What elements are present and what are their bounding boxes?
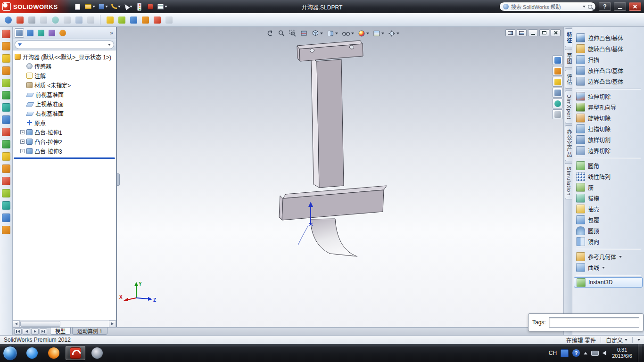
view-settings-button[interactable]: [387, 29, 400, 38]
ime-icon[interactable]: [561, 349, 569, 357]
tree-root[interactable]: 开沟器 (默认<<默认>_显示状态 1>): [13, 52, 116, 61]
left-toolbar-icon-8[interactable]: [2, 115, 10, 124]
feature-mirror[interactable]: 镜向: [572, 236, 644, 247]
new-document-button[interactable]: [73, 1, 83, 12]
zoom-area-button[interactable]: [288, 29, 297, 38]
feature-dome[interactable]: 圆顶: [572, 225, 644, 236]
left-toolbar-icon-12[interactable]: [2, 165, 10, 173]
toolbar-icon-box[interactable]: [152, 15, 162, 25]
left-toolbar-icon-14[interactable]: [2, 189, 10, 197]
left-toolbar-icon-17[interactable]: [2, 226, 10, 234]
display-style-button[interactable]: [326, 29, 339, 38]
feature-extruded-cut[interactable]: 拉伸切除: [572, 91, 644, 102]
viewport-layout-button-1[interactable]: [505, 29, 515, 36]
feature-linear-pattern[interactable]: 线性阵列: [572, 171, 644, 182]
left-toolbar-icon-4[interactable]: [2, 66, 10, 75]
feature-rib[interactable]: 筋: [572, 182, 644, 193]
show-desktop-button[interactable]: [638, 344, 642, 362]
volume-icon[interactable]: [603, 351, 606, 355]
toolbar-icon-spline[interactable]: [116, 15, 127, 25]
toolbar-icon-gray1[interactable]: [62, 15, 72, 25]
doc-minimize-button[interactable]: [528, 29, 538, 36]
custom-dropdown[interactable]: 自定义: [606, 336, 627, 344]
expand-plus-icon[interactable]: [20, 130, 25, 134]
toolbar-icon-extra[interactable]: [164, 15, 174, 25]
search-icon[interactable]: [588, 5, 592, 9]
panel-chevron[interactable]: »: [110, 30, 114, 36]
language-indicator[interactable]: CH: [549, 350, 557, 356]
zoom-fit-button[interactable]: [277, 29, 286, 38]
feature-revolved-boss[interactable]: 旋转凸台/基体: [572, 43, 644, 54]
scrollbar-thumb[interactable]: [20, 321, 60, 327]
toolbar-icon-gray2[interactable]: [74, 15, 84, 25]
feature-swept-cut[interactable]: 扫描切除: [572, 123, 644, 134]
taskbar-app-button[interactable]: [87, 346, 107, 360]
options-button[interactable]: [157, 1, 168, 12]
feature-shell[interactable]: 抽壳: [572, 204, 644, 214]
statusbar-expand-icon[interactable]: [637, 339, 640, 341]
select-button[interactable]: [123, 1, 133, 12]
toolbar-icon-axis[interactable]: [128, 15, 139, 25]
expand-plus-icon[interactable]: [20, 140, 25, 144]
doc-close-button[interactable]: [551, 29, 561, 36]
apply-scene-button[interactable]: [372, 29, 385, 38]
left-toolbar-icon-10[interactable]: [2, 140, 10, 148]
dimxpertmanager-tab[interactable]: [47, 28, 57, 38]
tree-item-boss-extrude3[interactable]: 凸台-拉伸3: [13, 146, 116, 156]
feature-wrap[interactable]: 包覆: [572, 214, 644, 225]
taskbar-solidworks-button[interactable]: [66, 346, 85, 360]
toolbar-icon-teal[interactable]: [50, 15, 60, 25]
displaymanager-tab[interactable]: [58, 28, 67, 38]
rebuild-button[interactable]: [146, 1, 155, 12]
expand-plus-icon[interactable]: [20, 149, 25, 153]
tray-clock[interactable]: 0:31 2013/6/6: [610, 347, 634, 359]
toolbar-icon-sphere[interactable]: [3, 15, 13, 25]
feature-boundary-boss[interactable]: 边界凸台/基体: [572, 76, 644, 87]
view-orientation-button[interactable]: [311, 29, 324, 38]
tray-help-icon[interactable]: ?: [572, 349, 580, 357]
left-toolbar-icon-11[interactable]: [2, 152, 10, 161]
tree-item-sensors[interactable]: 传感器: [13, 61, 116, 71]
appearances-tab[interactable]: [553, 99, 562, 108]
left-toolbar-icon-6[interactable]: [2, 91, 10, 99]
feature-lofted-boss[interactable]: 放样凸台/基体: [572, 65, 644, 76]
feature-extruded-boss[interactable]: 拉伸凸台/基体: [572, 33, 644, 43]
feature-revolved-cut[interactable]: 旋转切除: [572, 113, 644, 123]
edit-appearance-button[interactable]: [357, 29, 370, 38]
design-library-tab[interactable]: [553, 66, 562, 76]
file-explorer-tab[interactable]: [553, 77, 562, 87]
scrollbar-track[interactable]: [20, 321, 109, 328]
tab-motion-study[interactable]: 运动算例 1: [72, 328, 107, 335]
left-toolbar-icon-7[interactable]: [2, 103, 10, 112]
previous-tab-button[interactable]: [23, 329, 30, 335]
resources-home-tab[interactable]: [553, 55, 562, 65]
toolbar-icon-redbox[interactable]: [15, 15, 25, 25]
left-toolbar-icon-3[interactable]: [2, 54, 10, 63]
tree-item-top-plane[interactable]: 上视基准面: [13, 99, 116, 108]
toolbar-icon-doc2[interactable]: [38, 15, 49, 25]
tree-item-front-plane[interactable]: 前视基准面: [13, 90, 116, 99]
feature-fillet[interactable]: 圆角: [572, 160, 644, 171]
tab-model[interactable]: 模型: [50, 328, 71, 335]
help-button[interactable]: ?: [599, 2, 611, 11]
open-button[interactable]: [84, 1, 96, 12]
scroll-right-button[interactable]: [109, 321, 116, 328]
taskbar-ie-button[interactable]: [22, 346, 42, 360]
undo-button[interactable]: [110, 1, 122, 12]
feature-hole-wizard[interactable]: 异型孔向导: [572, 102, 644, 113]
left-toolbar-icon-15[interactable]: [2, 201, 10, 210]
left-toolbar-icon-5[interactable]: [2, 79, 10, 87]
keyboard-icon[interactable]: [591, 351, 599, 356]
toolbar-icon-measure[interactable]: [105, 15, 115, 25]
tree-item-origin[interactable]: 原点: [13, 118, 116, 127]
scroll-left-button[interactable]: [13, 321, 20, 328]
tree-item-material[interactable]: 材质 <未指定>: [13, 80, 116, 90]
minimize-button[interactable]: [614, 2, 626, 11]
chevron-down-icon[interactable]: [108, 44, 111, 46]
selection-filter-button[interactable]: [135, 1, 144, 12]
tree-item-boss-extrude2[interactable]: 凸台-拉伸2: [13, 137, 116, 146]
propertymanager-tab[interactable]: [25, 28, 35, 38]
featuremanager-tab[interactable]: [15, 28, 24, 38]
toolbar-icon-star[interactable]: [140, 15, 150, 25]
save-button[interactable]: [98, 1, 109, 12]
